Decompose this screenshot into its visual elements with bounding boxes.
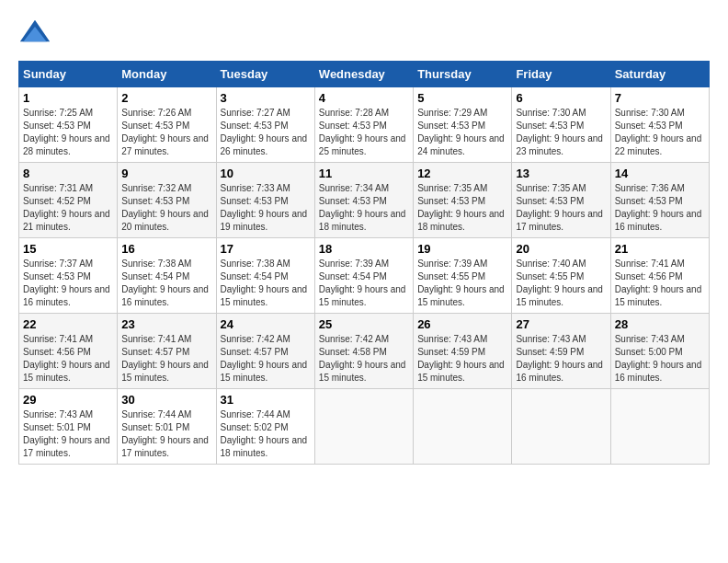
day-info: Sunrise: 7:33 AMSunset: 4:53 PMDaylight:… [221,182,311,234]
calendar-day-cell: 21Sunrise: 7:41 AMSunset: 4:56 PMDayligh… [610,238,709,314]
day-info: Sunrise: 7:30 AMSunset: 4:53 PMDaylight:… [516,107,606,158]
page-header [18,18,710,52]
calendar-week-row: 15Sunrise: 7:37 AMSunset: 4:53 PMDayligh… [19,238,710,314]
day-number: 29 [23,393,113,407]
calendar-day-cell: 24Sunrise: 7:42 AMSunset: 4:57 PMDayligh… [216,314,314,389]
day-of-week-header: Sunday [19,62,118,87]
calendar-day-cell: 5Sunrise: 7:29 AMSunset: 4:53 PMDaylight… [414,87,512,163]
calendar-week-row: 22Sunrise: 7:41 AMSunset: 4:56 PMDayligh… [19,314,710,389]
day-info: Sunrise: 7:32 AMSunset: 4:53 PMDaylight:… [121,182,211,234]
calendar-day-cell: 28Sunrise: 7:43 AMSunset: 5:00 PMDayligh… [610,314,709,389]
day-info: Sunrise: 7:34 AMSunset: 4:53 PMDaylight:… [319,182,409,234]
calendar-day-cell: 9Sunrise: 7:32 AMSunset: 4:53 PMDaylight… [118,163,216,238]
day-info: Sunrise: 7:43 AMSunset: 4:59 PMDaylight:… [516,333,606,385]
day-number: 26 [417,317,507,331]
day-number: 7 [615,91,705,105]
day-info: Sunrise: 7:25 AMSunset: 4:53 PMDaylight:… [23,107,113,158]
day-number: 1 [23,91,113,105]
day-number: 30 [121,393,211,407]
day-info: Sunrise: 7:42 AMSunset: 4:57 PMDaylight:… [221,333,311,385]
calendar-week-row: 1Sunrise: 7:25 AMSunset: 4:53 PMDaylight… [19,87,710,163]
day-info: Sunrise: 7:38 AMSunset: 4:54 PMDaylight:… [221,258,311,309]
empty-calendar-cell [512,389,610,465]
calendar-day-cell: 6Sunrise: 7:30 AMSunset: 4:53 PMDaylight… [512,87,610,163]
day-of-week-header: Wednesday [314,62,413,87]
day-info: Sunrise: 7:27 AMSunset: 4:53 PMDaylight:… [221,107,311,158]
calendar-day-cell: 1Sunrise: 7:25 AMSunset: 4:53 PMDaylight… [19,87,118,163]
day-number: 17 [221,242,311,256]
day-number: 6 [516,91,606,105]
day-info: Sunrise: 7:35 AMSunset: 4:53 PMDaylight:… [417,182,507,234]
calendar-table: SundayMondayTuesdayWednesdayThursdayFrid… [18,61,710,465]
day-info: Sunrise: 7:40 AMSunset: 4:55 PMDaylight:… [516,258,606,309]
logo [18,18,57,52]
calendar-day-cell: 25Sunrise: 7:42 AMSunset: 4:58 PMDayligh… [314,314,413,389]
calendar-day-cell: 14Sunrise: 7:36 AMSunset: 4:53 PMDayligh… [610,163,709,238]
calendar-day-cell: 27Sunrise: 7:43 AMSunset: 4:59 PMDayligh… [512,314,610,389]
day-of-week-header: Tuesday [216,62,314,87]
day-number: 25 [319,317,409,331]
day-of-week-header: Thursday [414,62,512,87]
day-info: Sunrise: 7:30 AMSunset: 4:53 PMDaylight:… [615,107,705,158]
calendar-week-row: 8Sunrise: 7:31 AMSunset: 4:52 PMDaylight… [19,163,710,238]
empty-calendar-cell [314,389,413,465]
day-number: 28 [615,317,705,331]
day-number: 24 [221,317,311,331]
calendar-day-cell: 17Sunrise: 7:38 AMSunset: 4:54 PMDayligh… [216,238,314,314]
day-info: Sunrise: 7:36 AMSunset: 4:53 PMDaylight:… [615,182,705,234]
day-number: 27 [516,317,606,331]
day-info: Sunrise: 7:41 AMSunset: 4:56 PMDaylight:… [23,333,113,385]
day-number: 2 [121,91,211,105]
day-number: 10 [221,167,311,180]
day-info: Sunrise: 7:41 AMSunset: 4:57 PMDaylight:… [121,333,211,385]
calendar-day-cell: 18Sunrise: 7:39 AMSunset: 4:54 PMDayligh… [314,238,413,314]
empty-calendar-cell [610,389,709,465]
day-info: Sunrise: 7:39 AMSunset: 4:54 PMDaylight:… [319,258,409,309]
logo-icon [18,18,51,52]
calendar-day-cell: 26Sunrise: 7:43 AMSunset: 4:59 PMDayligh… [414,314,512,389]
day-number: 22 [23,317,113,331]
day-number: 11 [319,167,409,180]
calendar-day-cell: 4Sunrise: 7:28 AMSunset: 4:53 PMDaylight… [314,87,413,163]
calendar-day-cell: 2Sunrise: 7:26 AMSunset: 4:53 PMDaylight… [118,87,216,163]
day-info: Sunrise: 7:44 AMSunset: 5:02 PMDaylight:… [221,408,311,460]
day-number: 19 [417,242,507,256]
day-number: 14 [615,167,705,180]
calendar-day-cell: 12Sunrise: 7:35 AMSunset: 4:53 PMDayligh… [414,163,512,238]
day-info: Sunrise: 7:39 AMSunset: 4:55 PMDaylight:… [417,258,507,309]
day-info: Sunrise: 7:43 AMSunset: 4:59 PMDaylight:… [417,333,507,385]
calendar-day-cell: 29Sunrise: 7:43 AMSunset: 5:01 PMDayligh… [19,389,118,465]
day-number: 20 [516,242,606,256]
day-info: Sunrise: 7:43 AMSunset: 5:00 PMDaylight:… [615,333,705,385]
calendar-day-cell: 19Sunrise: 7:39 AMSunset: 4:55 PMDayligh… [414,238,512,314]
day-info: Sunrise: 7:38 AMSunset: 4:54 PMDaylight:… [121,258,211,309]
day-info: Sunrise: 7:44 AMSunset: 5:01 PMDaylight:… [121,408,211,460]
calendar-day-cell: 30Sunrise: 7:44 AMSunset: 5:01 PMDayligh… [118,389,216,465]
calendar-day-cell: 8Sunrise: 7:31 AMSunset: 4:52 PMDaylight… [19,163,118,238]
day-info: Sunrise: 7:26 AMSunset: 4:53 PMDaylight:… [121,107,211,158]
day-number: 31 [221,393,311,407]
day-number: 21 [615,242,705,256]
calendar-day-cell: 20Sunrise: 7:40 AMSunset: 4:55 PMDayligh… [512,238,610,314]
day-number: 16 [121,242,211,256]
calendar-day-cell: 15Sunrise: 7:37 AMSunset: 4:53 PMDayligh… [19,238,118,314]
day-of-week-header: Saturday [610,62,709,87]
day-number: 23 [121,317,211,331]
calendar-day-cell: 10Sunrise: 7:33 AMSunset: 4:53 PMDayligh… [216,163,314,238]
day-info: Sunrise: 7:37 AMSunset: 4:53 PMDaylight:… [23,258,113,309]
day-number: 8 [23,167,113,180]
day-info: Sunrise: 7:41 AMSunset: 4:56 PMDaylight:… [615,258,705,309]
calendar-week-row: 29Sunrise: 7:43 AMSunset: 5:01 PMDayligh… [19,389,710,465]
day-number: 18 [319,242,409,256]
calendar-day-cell: 22Sunrise: 7:41 AMSunset: 4:56 PMDayligh… [19,314,118,389]
day-number: 5 [417,91,507,105]
calendar-day-cell: 3Sunrise: 7:27 AMSunset: 4:53 PMDaylight… [216,87,314,163]
day-number: 9 [121,167,211,180]
day-info: Sunrise: 7:28 AMSunset: 4:53 PMDaylight:… [319,107,409,158]
calendar-header-row: SundayMondayTuesdayWednesdayThursdayFrid… [19,62,710,87]
day-info: Sunrise: 7:42 AMSunset: 4:58 PMDaylight:… [319,333,409,385]
calendar-day-cell: 11Sunrise: 7:34 AMSunset: 4:53 PMDayligh… [314,163,413,238]
calendar-day-cell: 7Sunrise: 7:30 AMSunset: 4:53 PMDaylight… [610,87,709,163]
calendar-day-cell: 23Sunrise: 7:41 AMSunset: 4:57 PMDayligh… [118,314,216,389]
day-number: 12 [417,167,507,180]
